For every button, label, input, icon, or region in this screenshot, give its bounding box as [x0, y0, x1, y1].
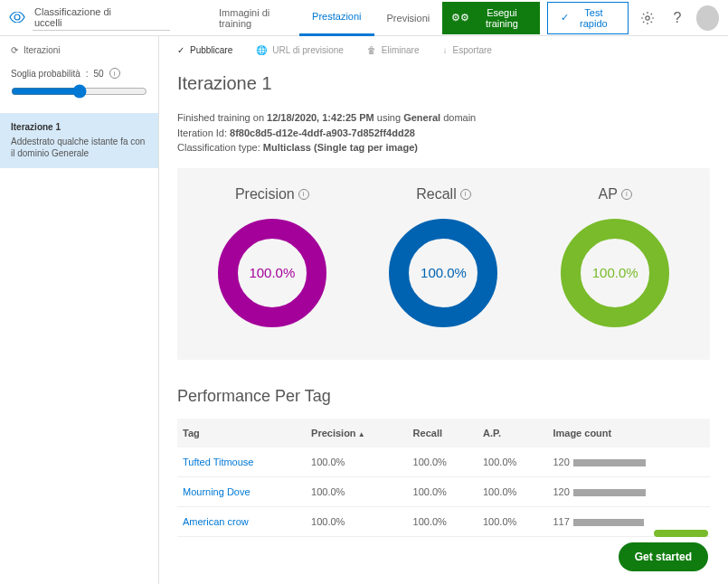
- iteration-item-title: Iterazione 1: [11, 122, 147, 132]
- cell: 100.0%: [408, 447, 477, 477]
- meta-text: Classification type:: [177, 142, 263, 153]
- count-bar: [573, 459, 646, 466]
- info-icon[interactable]: i: [109, 68, 120, 79]
- finished-date: 12/18/2020, 1:42:25 PM: [267, 112, 374, 123]
- col-ap[interactable]: A.P.: [477, 419, 547, 447]
- iterations-header: ⟳ Iterazioni: [0, 36, 158, 64]
- quick-test-label: Test rapido: [572, 7, 615, 29]
- main-panel: ✓Pubblicare 🌐URL di previsione 🗑Eliminar…: [159, 36, 728, 584]
- project-name[interactable]: Classificazione di uccelli: [33, 5, 170, 31]
- progress-pill: [654, 530, 708, 537]
- threshold-label-row: Soglia probabilità: 50 i: [11, 68, 147, 79]
- publish-action[interactable]: ✓Pubblicare: [177, 45, 232, 55]
- training-meta: Finished training on 12/18/2020, 1:42:25…: [177, 110, 710, 155]
- precision-label: Precision: [235, 186, 295, 203]
- ap-metric: APi 100.0%: [561, 186, 669, 327]
- col-recall[interactable]: Recall: [408, 419, 477, 447]
- trash-icon: 🗑: [367, 45, 376, 55]
- export-label: Esportare: [453, 45, 492, 55]
- info-icon[interactable]: i: [298, 189, 309, 200]
- col-tag[interactable]: Tag: [177, 419, 306, 447]
- threshold-value: 50: [94, 69, 104, 79]
- count-value: 120: [553, 457, 569, 467]
- top-bar: Classificazione di uccelli Immagini di t…: [0, 0, 728, 36]
- tab-training-images[interactable]: Immagini di training: [206, 0, 299, 36]
- count-cell: 120: [547, 447, 710, 477]
- ap-label: AP: [598, 186, 617, 203]
- meta-text: Iteration Id:: [177, 127, 230, 138]
- cell: 100.0%: [477, 476, 547, 506]
- info-icon[interactable]: i: [621, 189, 632, 200]
- meta-text: domain: [440, 112, 476, 123]
- tag-link[interactable]: Tufted Titmouse: [177, 447, 306, 477]
- count-bar: [573, 489, 646, 496]
- gears-icon: ⚙⚙: [451, 12, 469, 24]
- tab-performance[interactable]: Prestazioni: [299, 0, 373, 36]
- ap-donut: 100.0%: [561, 219, 669, 327]
- cell: 100.0%: [408, 506, 477, 536]
- train-button-label: Esegui training: [473, 7, 530, 29]
- meta-text: using: [374, 112, 403, 123]
- classification-type: Multiclass (Single tag per image): [263, 142, 418, 153]
- count-value: 120: [553, 486, 569, 497]
- col-count[interactable]: Image count: [547, 419, 710, 447]
- count-bar: [573, 519, 644, 526]
- threshold-slider[interactable]: [11, 84, 147, 99]
- precision-value: 100.0%: [249, 265, 295, 280]
- refresh-icon: ⟳: [11, 45, 18, 55]
- globe-icon: 🌐: [256, 45, 267, 55]
- cell: 100.0%: [477, 506, 547, 536]
- iterations-label: Iterazioni: [24, 45, 61, 55]
- svg-point-0: [646, 15, 649, 19]
- perf-per-tag-title: Performance Per Tag: [177, 387, 710, 406]
- check-icon: ✓: [177, 45, 184, 55]
- action-toolbar: ✓Pubblicare 🌐URL di previsione 🗑Eliminar…: [159, 36, 728, 64]
- ap-value: 100.0%: [592, 265, 638, 280]
- export-action[interactable]: ↓Esportare: [443, 45, 492, 55]
- iteration-item-subtitle: Addestrato qualche istante fa con il dom…: [11, 136, 147, 159]
- prediction-url-action[interactable]: 🌐URL di previsione: [256, 45, 344, 55]
- perf-table: Tag Precision Recall A.P. Image count Tu…: [177, 419, 710, 537]
- iteration-item[interactable]: Iterazione 1 Addestrato qualche istante …: [0, 113, 158, 168]
- metrics-panel: Precisioni 100.0% Recalli 100.0% APi 100…: [177, 168, 710, 360]
- prediction-url-label: URL di previsione: [272, 45, 344, 55]
- recall-label: Recall: [416, 186, 456, 203]
- tag-link[interactable]: Mourning Dove: [177, 476, 306, 506]
- count-cell: 120: [547, 476, 710, 506]
- help-icon[interactable]: ?: [666, 5, 688, 31]
- cell: 100.0%: [306, 476, 408, 506]
- col-precision[interactable]: Precision: [306, 419, 408, 447]
- tag-link[interactable]: American crow: [177, 506, 306, 536]
- settings-icon[interactable]: [636, 5, 658, 31]
- check-icon: ✓: [561, 12, 569, 24]
- cell: 100.0%: [408, 476, 477, 506]
- info-icon[interactable]: i: [460, 189, 471, 200]
- precision-metric: Precisioni 100.0%: [218, 186, 326, 327]
- cell: 100.0%: [306, 506, 408, 536]
- delete-label: Eliminare: [382, 45, 420, 55]
- sidebar: ⟳ Iterazioni Soglia probabilità: 50 i It…: [0, 36, 159, 584]
- recall-donut: 100.0%: [389, 219, 497, 327]
- train-button[interactable]: ⚙⚙ Esegui training: [442, 2, 539, 34]
- logo-eye-icon: [9, 10, 25, 26]
- meta-text: Finished training on: [177, 112, 267, 123]
- table-row: Mourning Dove 100.0% 100.0% 100.0% 120: [177, 476, 710, 506]
- count-value: 117: [553, 516, 569, 527]
- cell: 100.0%: [477, 447, 547, 477]
- page-title: Iterazione 1: [177, 73, 710, 94]
- tab-predictions[interactable]: Previsioni: [374, 0, 443, 36]
- user-avatar[interactable]: [696, 5, 719, 31]
- iteration-id: 8f80c8d5-d12e-4ddf-a903-7d852ff4dd28: [230, 127, 415, 138]
- threshold-label: Soglia probabilità: [11, 69, 80, 79]
- publish-label: Pubblicare: [190, 45, 232, 55]
- domain-name: General: [403, 112, 440, 123]
- precision-donut: 100.0%: [218, 219, 326, 327]
- recall-metric: Recalli 100.0%: [389, 186, 497, 327]
- delete-action[interactable]: 🗑Eliminare: [367, 45, 420, 55]
- download-icon: ↓: [443, 45, 448, 55]
- recall-value: 100.0%: [421, 265, 467, 280]
- get-started-button[interactable]: Get started: [619, 542, 708, 571]
- quick-test-button[interactable]: ✓ Test rapido: [547, 2, 629, 34]
- table-row: Tufted Titmouse 100.0% 100.0% 100.0% 120: [177, 447, 710, 477]
- cell: 100.0%: [306, 447, 408, 477]
